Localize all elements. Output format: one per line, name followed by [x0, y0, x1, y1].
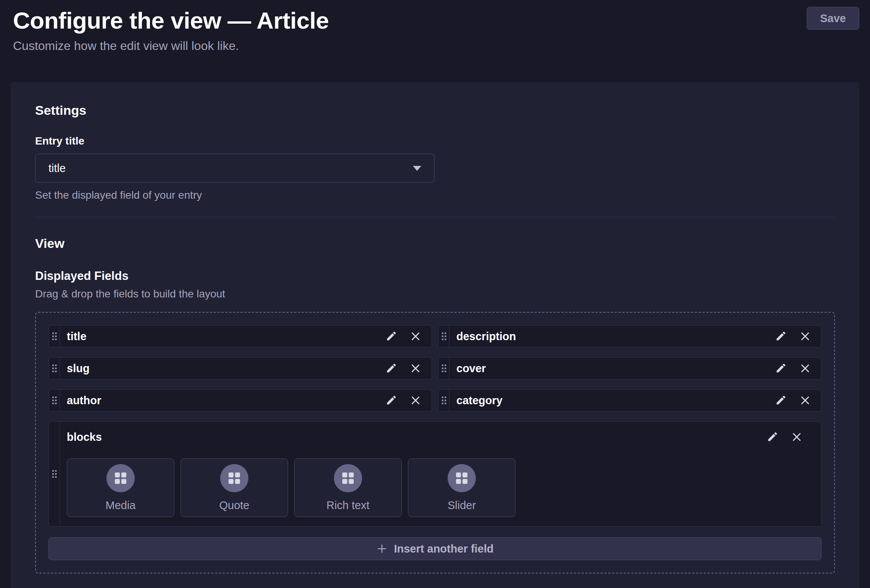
component-label: Rich text	[327, 499, 370, 512]
component-cards: Media Quote	[67, 458, 813, 517]
plus-icon	[376, 543, 388, 554]
drag-handle-icon	[52, 396, 57, 405]
component-card[interactable]: Slider	[408, 458, 516, 517]
component-icon-circle	[220, 464, 248, 492]
entry-title-select[interactable]: title	[35, 154, 435, 183]
drag-handle-icon	[441, 332, 447, 341]
component-grid-icon	[228, 472, 240, 484]
save-button[interactable]: Save	[807, 7, 859, 30]
field-label: slug	[67, 362, 383, 375]
field-label: title	[67, 330, 383, 343]
drag-handle[interactable]	[49, 326, 60, 347]
insert-another-field-button[interactable]: Insert another field	[48, 537, 822, 560]
pencil-icon	[385, 362, 397, 374]
component-grid-icon	[114, 472, 127, 484]
edit-field-button[interactable]	[773, 393, 788, 408]
edit-field-button[interactable]	[765, 429, 780, 445]
component-label: Quote	[219, 499, 250, 512]
field-label: description	[456, 330, 773, 343]
drag-handle[interactable]	[438, 326, 450, 347]
field-label: author	[67, 394, 383, 407]
page-header: Configure the view — Article Customize h…	[0, 0, 870, 53]
page-title: Configure the view — Article	[13, 7, 859, 34]
close-icon	[791, 431, 803, 443]
drag-handle-icon	[441, 396, 447, 405]
drag-handle[interactable]	[438, 358, 450, 379]
field-label: category	[456, 394, 773, 407]
component-label: Slider	[448, 499, 476, 512]
drag-handle-icon	[52, 332, 57, 341]
remove-field-button[interactable]	[798, 393, 813, 408]
edit-field-button[interactable]	[383, 361, 399, 376]
field-row[interactable]: author	[48, 389, 432, 411]
component-card[interactable]: Quote	[180, 458, 288, 517]
field-row[interactable]: category	[438, 389, 822, 411]
component-card[interactable]: Media	[67, 458, 174, 517]
component-icon-circle	[334, 464, 362, 492]
drag-handle[interactable]	[49, 422, 60, 526]
pencil-icon	[775, 362, 787, 374]
entry-title-group: Entry title title Set the displayed fiel…	[35, 135, 835, 202]
drag-handle[interactable]	[438, 390, 450, 411]
section-divider	[35, 217, 835, 217]
component-icon-circle	[448, 464, 476, 492]
field-label: blocks	[67, 431, 102, 443]
edit-field-button[interactable]	[773, 329, 788, 344]
close-icon	[409, 330, 422, 342]
pencil-icon	[385, 394, 397, 406]
component-icon-circle	[106, 464, 135, 492]
remove-field-button[interactable]	[798, 361, 813, 376]
edit-field-button[interactable]	[383, 393, 399, 408]
blocks-content: blocks	[60, 422, 821, 526]
drag-handle[interactable]	[49, 358, 60, 379]
pencil-icon	[775, 394, 787, 406]
displayed-fields-hint: Drag & drop the fields to build the layo…	[35, 288, 835, 300]
entry-title-label: Entry title	[35, 135, 835, 148]
pencil-icon	[766, 431, 778, 443]
field-row-blocks[interactable]: blocks	[48, 421, 822, 527]
edit-field-button[interactable]	[383, 329, 399, 344]
field-label: cover	[456, 362, 773, 375]
field-row[interactable]: cover	[438, 357, 822, 379]
view-section-title: View	[35, 236, 835, 251]
remove-field-button[interactable]	[408, 329, 423, 344]
drag-handle-icon	[52, 364, 57, 373]
component-grid-icon	[342, 472, 354, 484]
field-row[interactable]: title	[48, 325, 432, 347]
caret-down-icon	[413, 166, 421, 171]
remove-field-button[interactable]	[408, 361, 423, 376]
component-label: Media	[106, 499, 136, 512]
entry-title-select-value: title	[48, 162, 66, 175]
insert-another-field-label: Insert another field	[394, 543, 493, 555]
drag-handle-icon	[52, 469, 57, 479]
edit-field-button[interactable]	[773, 361, 788, 376]
pencil-icon	[775, 330, 787, 342]
drag-handle[interactable]	[49, 390, 60, 411]
displayed-fields-title: Displayed Fields	[35, 269, 835, 283]
remove-field-button[interactable]	[798, 329, 813, 344]
close-icon	[799, 394, 811, 406]
settings-section-title: Settings	[35, 103, 835, 118]
fields-grid: title description	[48, 325, 822, 411]
close-icon	[799, 330, 811, 342]
field-row[interactable]: description	[438, 325, 822, 347]
field-row[interactable]: slug	[48, 357, 432, 379]
close-icon	[409, 362, 422, 374]
pencil-icon	[385, 330, 397, 342]
fields-drop-zone: title description	[35, 312, 835, 574]
entry-title-hint: Set the displayed field of your entry	[35, 189, 835, 202]
close-icon	[799, 362, 811, 374]
drag-handle-icon	[441, 364, 447, 373]
remove-field-button[interactable]	[408, 393, 423, 408]
page-subtitle: Customize how the edit view will look li…	[13, 38, 859, 53]
remove-field-button[interactable]	[789, 429, 804, 445]
component-grid-icon	[456, 472, 468, 484]
close-icon	[409, 394, 422, 406]
component-card[interactable]: Rich text	[294, 458, 402, 517]
configure-view-card: Settings Entry title title Set the displ…	[11, 82, 859, 588]
